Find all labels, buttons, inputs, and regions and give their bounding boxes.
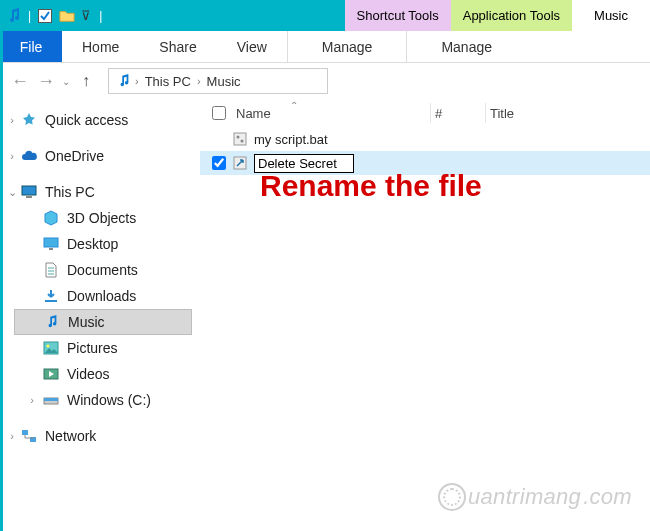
watermark: uantrimang.com [438,483,632,511]
watermark-text: uantrimang [468,484,581,510]
quick-access-toolbar: | ⊽ | [0,0,108,31]
chevron-right-icon[interactable]: › [195,75,203,87]
navigation-bar: ← → ⌄ ↑ › This PC › Music [0,63,650,99]
file-name: my script.bat [250,132,328,147]
monitor-icon [20,183,38,201]
column-name[interactable]: ⌃Name [230,106,430,121]
download-icon [42,287,60,305]
tree-quick-access[interactable]: › Quick access [14,107,200,133]
svg-rect-4 [49,248,53,250]
svg-point-14 [237,136,240,139]
chevron-right-icon[interactable]: › [6,114,18,126]
row-checkbox[interactable] [208,156,230,170]
music-note-icon [115,72,133,90]
up-button[interactable]: ↑ [76,72,96,90]
column-number[interactable]: # [435,106,485,121]
file-list: ⌃Name # Title my script.bat Rename the f… [200,99,650,531]
tree-label: OneDrive [45,148,104,164]
tree-label: Videos [67,366,110,382]
tree-pictures[interactable]: Pictures [14,335,200,361]
music-note-icon [6,8,22,24]
svg-point-7 [47,345,50,348]
share-tab[interactable]: Share [139,31,216,62]
folder-icon[interactable] [59,8,75,24]
context-tab-shortcut-tools[interactable]: Shortcut Tools [345,0,451,31]
tree-label: Windows (C:) [67,392,151,408]
history-dropdown-icon[interactable]: ⌄ [62,76,70,87]
ribbon-tabs: File Home Share View Manage Manage [0,31,650,63]
watermark-logo-icon [438,483,466,511]
tree-label: This PC [45,184,95,200]
column-headers: ⌃Name # Title [200,99,650,127]
annotation-text: Rename the file [260,169,482,203]
back-button[interactable]: ← [10,71,30,92]
tree-desktop[interactable]: Desktop [14,231,200,257]
checkbox-icon[interactable] [37,8,53,24]
chevron-right-icon[interactable]: › [6,430,18,442]
tree-label: 3D Objects [67,210,136,226]
chevron-right-icon[interactable]: › [26,394,38,406]
tree-label: Downloads [67,288,136,304]
cube-icon [42,209,60,227]
file-tab[interactable]: File [0,31,62,62]
manage-tab-2[interactable]: Manage [406,31,526,62]
svg-rect-3 [44,238,58,247]
svg-rect-1 [22,186,36,195]
document-icon [42,261,60,279]
tree-network[interactable]: › Network [14,423,200,449]
tree-label: Quick access [45,112,128,128]
select-all-checkbox[interactable] [208,106,230,120]
svg-rect-11 [22,430,28,435]
tree-windows-c[interactable]: › Windows (C:) [14,387,200,413]
forward-button[interactable]: → [36,71,56,92]
breadcrumb-this-pc[interactable]: This PC [141,74,195,89]
context-tabs: Shortcut Tools Application Tools Music [345,0,650,31]
network-icon [20,427,38,445]
divider-icon: | [99,9,102,23]
tree-documents[interactable]: Documents [14,257,200,283]
tree-label: Music [68,314,105,330]
chevron-down-icon[interactable]: ⌄ [6,186,18,199]
breadcrumb-music[interactable]: Music [203,74,245,89]
svg-point-15 [241,140,244,143]
drive-icon [42,391,60,409]
chevron-right-icon[interactable]: › [133,75,141,87]
view-tab[interactable]: View [217,31,287,62]
svg-rect-2 [26,196,32,198]
music-note-icon [43,313,61,331]
svg-rect-10 [44,398,58,401]
desktop-icon [42,235,60,253]
tree-label: Network [45,428,96,444]
tree-label: Pictures [67,340,118,356]
svg-rect-5 [45,300,57,302]
context-tab-application-tools[interactable]: Application Tools [451,0,572,31]
tree-downloads[interactable]: Downloads [14,283,200,309]
tree-label: Desktop [67,236,118,252]
tree-onedrive[interactable]: › OneDrive [14,143,200,169]
shortcut-file-icon [230,155,250,171]
batch-file-icon [230,131,250,147]
sort-caret-icon: ⌃ [290,100,298,111]
home-tab[interactable]: Home [62,31,139,62]
tree-label: Documents [67,262,138,278]
svg-rect-13 [234,133,246,145]
tree-music[interactable]: Music [14,309,192,335]
title-bar: | ⊽ | Shortcut Tools Application Tools M… [0,0,650,31]
column-title[interactable]: Title [490,106,570,121]
main-area: › Quick access › OneDrive ⌄ This PC 3D O… [0,99,650,531]
pictures-icon [42,339,60,357]
tree-3d-objects[interactable]: 3D Objects [14,205,200,231]
overflow-icon[interactable]: ⊽ [81,8,91,23]
chevron-right-icon[interactable]: › [6,150,18,162]
star-icon [20,111,38,129]
cloud-icon [20,147,38,165]
tree-videos[interactable]: Videos [14,361,200,387]
address-bar[interactable]: › This PC › Music [108,68,328,94]
videos-icon [42,365,60,383]
tree-this-pc[interactable]: ⌄ This PC [14,179,200,205]
navigation-tree: › Quick access › OneDrive ⌄ This PC 3D O… [0,99,200,531]
divider-icon: | [28,9,31,23]
context-tab-music[interactable]: Music [572,0,650,31]
file-row[interactable]: my script.bat [200,127,650,151]
manage-tab-1[interactable]: Manage [287,31,407,62]
